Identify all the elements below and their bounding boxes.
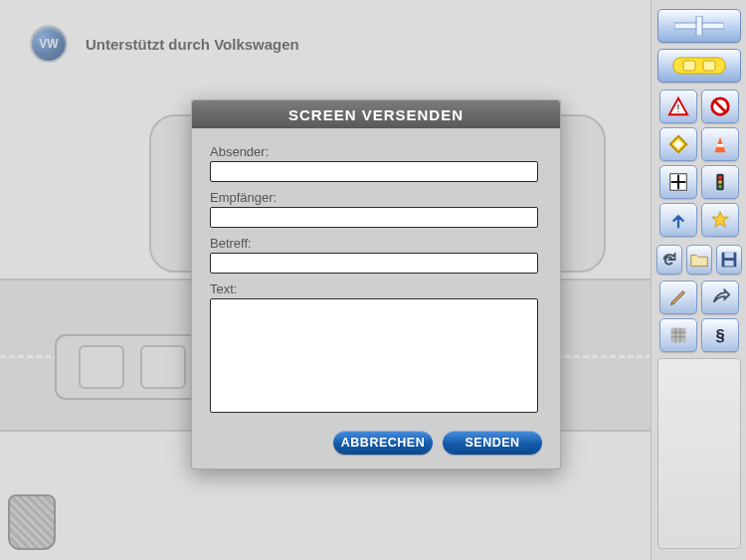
svg-rect-22 [724,253,733,258]
traffic-light-icon [709,171,731,193]
traffic-cone-icon [709,133,731,155]
warning-sign-button[interactable]: ! [659,90,697,123]
intersection-icon [667,171,689,193]
direction-arrow-icon [667,209,689,231]
no-entry-sign-button[interactable] [701,90,739,123]
svg-point-17 [718,176,722,180]
recipient-input[interactable] [210,207,538,228]
warning-sign-icon: ! [667,95,689,117]
svg-point-18 [718,180,722,184]
svg-rect-4 [703,61,715,71]
new-sheet-button[interactable] [657,9,741,43]
grid-texture-button[interactable] [659,318,697,352]
svg-rect-3 [683,61,695,71]
no-entry-icon [709,95,731,117]
traffic-cone-button[interactable] [701,127,739,161]
intersection-sign-button[interactable] [659,165,697,199]
svg-rect-1 [696,16,702,36]
grid-icon [667,324,689,346]
sender-input[interactable] [210,161,538,182]
save-disk-button[interactable] [716,245,742,275]
svg-text:§: § [715,326,724,344]
redo-icon [658,249,680,271]
dialog-body: Absender: Empfänger: Betreff: Text: ABBR… [192,128,560,468]
paragraph-icon: § [709,324,731,346]
direction-arrow-button[interactable] [659,203,697,237]
traffic-light-button[interactable] [701,165,739,199]
right-toolbar: ! [651,0,746,560]
toolbar-drop-slot[interactable] [657,358,741,549]
paragraph-sign-button[interactable]: § [701,318,739,352]
star-icon [709,209,731,231]
svg-rect-12 [716,144,722,147]
body-textarea[interactable] [210,298,538,413]
share-export-button[interactable] [701,280,739,314]
redo-button[interactable] [656,245,682,275]
dialog-title: SCREEN VERSENDEN [192,100,560,128]
star-favorite-button[interactable] [701,203,739,237]
share-icon [709,286,731,308]
send-button[interactable]: SENDEN [443,431,542,455]
dialog-button-row: ABBRECHEN SENDEN [210,431,542,455]
cancel-button[interactable]: ABBRECHEN [333,431,433,455]
svg-marker-20 [711,212,728,228]
svg-text:!: ! [676,103,679,114]
pencil-icon [667,286,689,308]
priority-sign-icon [667,133,689,155]
folder-icon [688,249,710,271]
car-icon [671,55,727,77]
svg-rect-24 [670,328,685,343]
svg-rect-23 [724,261,733,267]
sender-label: Absender: [210,144,542,159]
svg-rect-2 [673,58,725,74]
open-folder-button[interactable] [686,245,712,275]
priority-sign-button[interactable] [659,127,697,161]
subject-input[interactable] [210,253,538,274]
recipient-label: Empfänger: [210,190,542,205]
plus-icon [674,16,724,36]
subject-label: Betreff: [210,236,542,251]
car-template-button[interactable] [657,49,741,83]
send-screen-dialog: SCREEN VERSENDEN Absender: Empfänger: Be… [191,99,561,469]
svg-point-19 [718,185,722,189]
save-icon [718,249,740,271]
pencil-draw-button[interactable] [659,280,697,314]
body-label: Text: [210,281,542,296]
